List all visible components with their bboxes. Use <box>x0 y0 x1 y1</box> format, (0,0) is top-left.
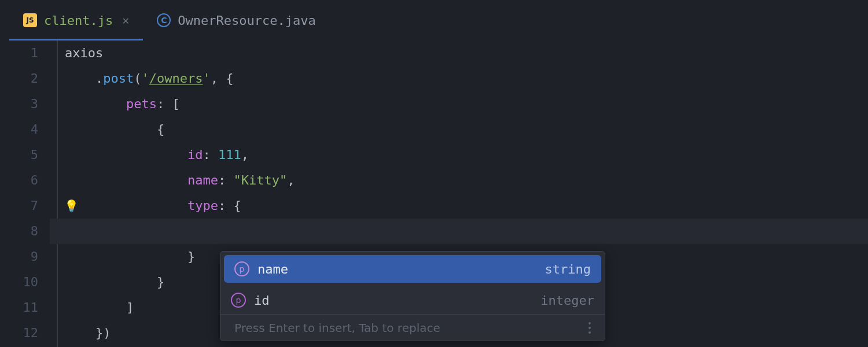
lightbulb-icon: 💡 <box>64 199 79 213</box>
completion-type: string <box>545 262 591 276</box>
code-token: { <box>65 122 164 136</box>
code-token: } <box>65 275 164 289</box>
completion-type: integer <box>540 293 594 308</box>
line-number: 9 <box>0 244 38 270</box>
line-number: 4 <box>0 117 38 142</box>
line-number: 3 <box>0 91 38 117</box>
editor-tabs: JSclient.js✕COwnerResource.java <box>0 0 868 40</box>
java-class-icon: C <box>157 13 171 27</box>
completion-label: name <box>258 262 545 276</box>
line-number: 12 <box>0 320 38 346</box>
line-number: 10 <box>0 270 38 295</box>
code-token: id <box>65 147 203 162</box>
close-icon[interactable]: ✕ <box>122 13 129 27</box>
code-token: /owners <box>149 71 203 86</box>
line-number: 11 <box>0 295 38 320</box>
code-token: , { <box>211 71 234 86</box>
property-icon: p <box>231 293 246 308</box>
code-token: "Kitty" <box>233 173 287 187</box>
line-number: 5 <box>0 142 38 168</box>
code-line[interactable]: axios <box>50 40 868 66</box>
code-line[interactable]: pets: [ <box>50 91 868 117</box>
code-token: ] <box>65 300 134 315</box>
code-line[interactable]: name: "Kitty", <box>50 168 868 193</box>
code-token: pets <box>65 97 157 111</box>
code-token: ' <box>141 71 149 86</box>
code-line[interactable]: { <box>50 117 868 142</box>
code-token: ' <box>203 71 210 86</box>
line-number: 6 <box>0 168 38 193</box>
code-token: : [ <box>157 97 180 111</box>
tab-title: OwnerResource.java <box>178 13 315 28</box>
code-token: , <box>241 147 249 162</box>
line-number: 8 <box>0 219 38 244</box>
code-line[interactable] <box>50 219 868 244</box>
tab-client-js[interactable]: JSclient.js✕ <box>9 0 143 40</box>
code-token: type <box>65 198 218 213</box>
code-line[interactable]: .post('/owners', { <box>50 66 868 91</box>
code-token: : { <box>218 198 241 213</box>
hint-text: Press Enter to insert, Tab to replace <box>234 321 440 335</box>
code-token: : <box>203 147 218 162</box>
intention-bulb[interactable]: 💡 <box>62 193 80 219</box>
more-options-icon[interactable] <box>589 322 591 334</box>
code-token: } <box>65 249 195 264</box>
code-line[interactable]: type: { <box>50 193 868 219</box>
tab-title: client.js <box>44 13 113 28</box>
completion-popup: pnamestringpidintegerPress Enter to inse… <box>220 251 605 341</box>
completion-hint: Press Enter to insert, Tab to replace <box>220 314 605 341</box>
completion-label: id <box>254 293 540 308</box>
line-number: 2 <box>0 66 38 91</box>
completion-item[interactable]: pidinteger <box>220 286 605 314</box>
code-token: , <box>287 173 295 187</box>
code-token: . <box>65 71 103 86</box>
line-gutter: 123456789101112 <box>0 40 50 347</box>
tab-ownerresource-java[interactable]: COwnerResource.java <box>143 0 329 40</box>
code-token: post <box>103 71 134 86</box>
code-token: axios <box>65 46 103 60</box>
line-number: 7 <box>0 193 38 219</box>
js-file-icon: JS <box>23 13 37 27</box>
code-line[interactable]: id: 111, <box>50 142 868 168</box>
code-token: 111 <box>218 147 241 162</box>
line-number: 1 <box>0 40 38 66</box>
completion-item[interactable]: pnamestring <box>224 255 601 283</box>
code-token: name <box>65 173 218 187</box>
code-token: }) <box>65 326 111 340</box>
code-token: : <box>218 173 234 187</box>
code-token: ( <box>134 71 141 86</box>
property-icon: p <box>234 261 249 276</box>
